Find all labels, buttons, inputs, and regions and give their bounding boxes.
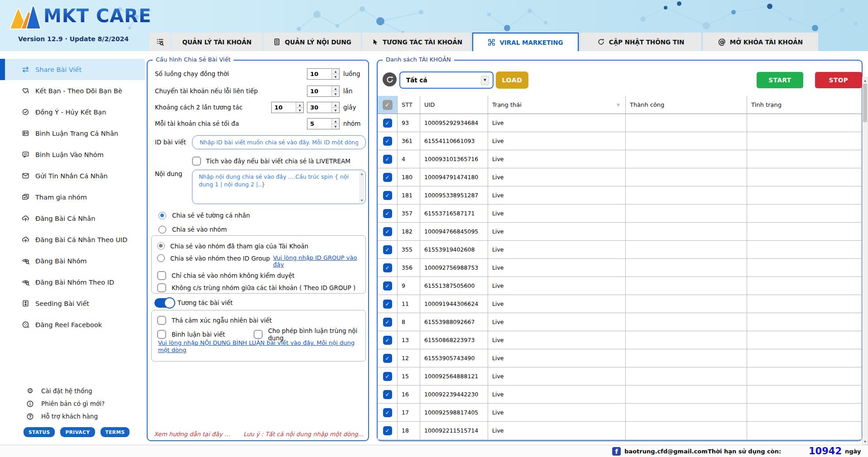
row-checkbox[interactable]: ✓ — [383, 318, 392, 327]
load-button[interactable]: LOAD — [496, 71, 528, 89]
group-option-3[interactable]: Không c/s trùng nhóm giữa các tài khoản … — [157, 283, 355, 292]
row-checkbox[interactable]: ✓ — [383, 227, 392, 236]
row-checkbox[interactable]: ✓ — [383, 426, 392, 435]
cell-success — [626, 223, 747, 241]
textarea-scrollbar[interactable]: ▲▼ — [359, 171, 364, 203]
spinner-up-icon[interactable]: ▲ — [296, 102, 303, 108]
number-spinner[interactable]: 10▲▼ — [271, 102, 304, 113]
row-checkbox[interactable]: ✓ — [383, 173, 392, 182]
allow-duplicate-checkbox[interactable] — [254, 330, 263, 339]
checkbox[interactable] — [157, 271, 166, 280]
stop-button[interactable]: STOP — [815, 72, 862, 88]
sidebar-item-bình-luận-vào-nhóm[interactable]: Bình Luận Vào Nhóm — [0, 144, 145, 165]
account-filter-dropdown[interactable]: Tất cả ▼ — [399, 71, 494, 89]
table-header-0[interactable]: STT — [398, 96, 420, 114]
spinner-down-icon[interactable]: ▼ — [332, 91, 339, 96]
row-checkbox[interactable]: ✓ — [383, 119, 392, 128]
spinner-down-icon[interactable]: ▼ — [332, 74, 339, 79]
sidebar-item-gửi-tin-nhắn-cá-nhân[interactable]: Gửi Tin Nhắn Cá Nhân — [0, 165, 145, 186]
row-checkbox[interactable]: ✓ — [383, 245, 392, 254]
sidebar-item-share-bài-viết[interactable]: Share Bài Viết — [0, 59, 145, 80]
spinner-up-icon[interactable]: ▲ — [332, 102, 339, 108]
scroll-up-arrow[interactable]: ▲ — [863, 77, 868, 83]
window-scrollbar[interactable]: ▲ ▼ — [862, 77, 868, 445]
row-checkbox[interactable]: ✓ — [383, 390, 392, 399]
spinner-down-icon[interactable]: ▼ — [332, 124, 339, 129]
utility-item-hỗ-trợ-khách-hàng[interactable]: Hỗ trợ khách hàng — [0, 410, 145, 423]
number-spinner[interactable]: 10▲▼ — [307, 68, 340, 80]
sort-icon[interactable]: ▼ — [617, 103, 620, 107]
number-spinner[interactable]: 5▲▼ — [307, 118, 340, 129]
select-all-checkbox[interactable]: ✓ — [383, 100, 393, 110]
content-textarea[interactable] — [192, 170, 366, 204]
table-header-4[interactable]: Tình trạng — [747, 96, 862, 114]
sidebar-item-seeding-bài-viết[interactable]: Seeding Bài Viết — [0, 293, 145, 314]
tab-menu[interactable] — [149, 33, 170, 51]
scrollbar-thumb[interactable] — [863, 84, 867, 122]
utility-item-cài-đặt-hệ-thống[interactable]: ⚙Cài đặt hệ thống — [0, 385, 145, 397]
utility-item-phiên-bản-có-gì-mới-[interactable]: Phiên bản có gì mới? — [0, 397, 145, 410]
group-option-0[interactable]: Chia sẻ vào nhóm đã tham gia của Tài Kho… — [157, 241, 308, 251]
row-checkbox[interactable]: ✓ — [383, 354, 392, 363]
radio-button[interactable] — [157, 254, 165, 262]
spinner-up-icon[interactable]: ▲ — [332, 69, 339, 74]
spinner-up-icon[interactable]: ▲ — [332, 86, 339, 91]
privacy-button[interactable]: PRIVACY — [60, 427, 95, 437]
table-header-3[interactable]: Thành công — [626, 96, 747, 114]
tab-tương-tác-tài-khoản[interactable]: TƯƠNG TÁC TÀI KHOẢN — [362, 33, 471, 51]
sidebar-item-đăng-reel-facebook[interactable]: Đăng Reel Facebook — [0, 314, 145, 335]
tab-quản-lý-tài-khoản[interactable]: QUẢN LÝ TÀI KHOẢN — [172, 33, 262, 51]
row-checkbox[interactable]: ✓ — [383, 263, 392, 272]
terms-button[interactable]: TERMS — [101, 427, 130, 437]
tab-cập-nhật-thông-tin[interactable]: CẬP NHẬT THÔNG TIN — [580, 33, 701, 51]
row-checkbox[interactable]: ✓ — [383, 191, 392, 200]
tab-quản-lý-nội-dung[interactable]: QUẢN LÝ NỘI DUNG — [264, 33, 361, 51]
spinner-down-icon[interactable]: ▼ — [332, 108, 339, 113]
checkbox[interactable] — [157, 283, 166, 292]
id-group-link[interactable]: Vui lòng nhập ID GROUP vào đây — [273, 254, 365, 268]
row-checkbox[interactable]: ✓ — [383, 281, 392, 290]
row-checkbox[interactable]: ✓ — [383, 137, 392, 146]
comment-content-link[interactable]: Vui lòng nhập NỘI DUNG BÌNH LUẬN bài viế… — [158, 339, 360, 354]
number-spinner[interactable]: 10▲▼ — [307, 86, 340, 97]
row-checkbox[interactable]: ✓ — [383, 209, 392, 218]
share-target-option-0[interactable]: Chia sẻ về tường cá nhân — [158, 211, 250, 220]
number-spinner[interactable]: 30▲▼ — [307, 102, 340, 113]
sidebar-item-đăng-bài-nhóm[interactable]: Đăng Bài Nhóm — [0, 250, 145, 271]
comment-checkbox[interactable] — [157, 330, 166, 339]
status-button[interactable]: STATUS — [24, 427, 55, 437]
group-option-1[interactable]: Chia sẻ vào nhóm theo ID Group — [157, 253, 270, 263]
spinner-up-icon[interactable]: ▲ — [332, 119, 339, 124]
radio-button[interactable] — [157, 242, 165, 250]
group-option-2[interactable]: Chỉ chia sẻ vào nhóm không kiểm duyệt — [157, 271, 295, 280]
sidebar-item-đồng-ý---hủy-kết-bạn[interactable]: Đồng Ý - Hủy Kết Bạn — [0, 101, 145, 123]
refresh-button[interactable] — [383, 72, 397, 86]
random-reaction-checkbox[interactable] — [157, 316, 166, 325]
radio-button[interactable] — [158, 212, 166, 219]
sidebar-item-đăng-bài-cá-nhân[interactable]: Đăng Bài Cá Nhân — [0, 208, 145, 229]
sidebar-item-kết-bạn---theo-dõi-bạn-bè[interactable]: Kết Bạn - Theo Dõi Bạn Bè — [0, 80, 145, 101]
interaction-toggle[interactable] — [154, 298, 174, 308]
table-header-1[interactable]: UID — [420, 96, 488, 114]
row-checkbox[interactable]: ✓ — [383, 155, 392, 164]
row-checkbox-cell: ✓ — [378, 404, 398, 422]
spinner-down-icon[interactable]: ▼ — [296, 108, 303, 113]
sidebar-item-đăng-bài-cá-nhân-theo-uid[interactable]: Đăng Bài Cá Nhân Theo UID — [0, 229, 145, 250]
row-checkbox[interactable]: ✓ — [383, 372, 392, 381]
start-button[interactable]: START — [757, 72, 803, 88]
row-checkbox[interactable]: ✓ — [383, 300, 392, 309]
sidebar-item-tham-gia-nhóm[interactable]: Tham gia nhóm — [0, 186, 145, 208]
radio-button[interactable] — [158, 226, 166, 233]
post-id-input[interactable] — [192, 135, 366, 149]
share-target-option-1[interactable]: Chia sẻ vào nhóm — [158, 225, 227, 234]
tab-mở-khóa-tài-khoản[interactable]: @MỞ KHÓA TÀI KHOẢN — [703, 33, 818, 51]
sidebar-item-bình-luận-trang-cá-nhân[interactable]: Bình Luận Trang Cá Nhân — [0, 123, 145, 144]
scroll-down-arrow[interactable]: ▼ — [863, 438, 868, 444]
help-link[interactable]: Xem hướng dẫn tại đây ... — [154, 431, 230, 438]
sidebar-item-đăng-bài-nhóm-theo-id[interactable]: Đăng Bài Nhóm Theo ID — [0, 271, 145, 293]
table-header-2[interactable]: Trạng thái▼ — [488, 96, 626, 114]
row-checkbox[interactable]: ✓ — [383, 408, 392, 417]
tab-viral-marketing[interactable]: VIRAL MARKETING — [472, 33, 579, 51]
row-checkbox[interactable]: ✓ — [383, 336, 392, 345]
livestream-checkbox[interactable] — [192, 157, 201, 166]
